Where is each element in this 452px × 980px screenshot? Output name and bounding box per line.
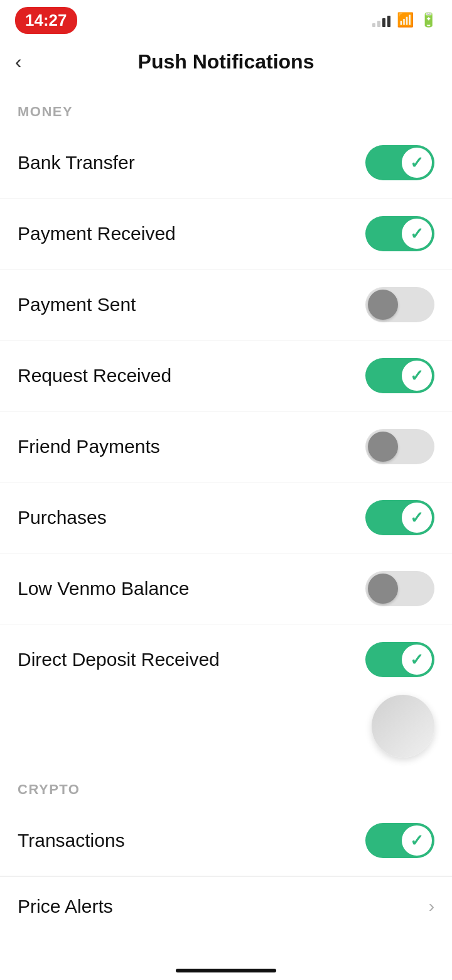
- toggle-direct-deposit-received[interactable]: [365, 642, 434, 677]
- bottom-home-indicator: [176, 969, 276, 972]
- page-title: Push Notifications: [138, 50, 315, 74]
- toggle-label-direct-deposit-received: Direct Deposit Received: [18, 649, 220, 670]
- toggle-label-low-venmo-balance: Low Venmo Balance: [18, 578, 190, 599]
- battery-icon: 🔋: [420, 12, 437, 28]
- status-icons: 📶 🔋: [372, 12, 437, 28]
- toggle-row-low-venmo-balance: Low Venmo Balance: [0, 553, 452, 624]
- status-bar: 14:27 📶 🔋: [0, 0, 452, 38]
- toggle-purchases[interactable]: [365, 500, 434, 535]
- toggle-row-friend-payments: Friend Payments: [0, 411, 452, 482]
- toggle-label-request-received: Request Received: [18, 365, 171, 386]
- toggle-payment-received[interactable]: [365, 216, 434, 251]
- toggle-label-payment-sent: Payment Sent: [18, 294, 136, 315]
- toggle-label-friend-payments: Friend Payments: [18, 436, 160, 457]
- nav-row-price-alerts[interactable]: Price Alerts ›: [0, 876, 452, 936]
- header: ‹ Push Notifications: [0, 38, 452, 86]
- toggle-low-venmo-balance[interactable]: [365, 571, 434, 606]
- toggle-bank-transfer[interactable]: [365, 145, 434, 180]
- wifi-icon: 📶: [397, 12, 414, 28]
- toggle-label-purchases: Purchases: [18, 507, 107, 528]
- toggle-row-bank-transfer: Bank Transfer: [0, 128, 452, 198]
- time-display: 14:27: [15, 7, 77, 34]
- section-label-crypto: CRYPTO: [0, 764, 452, 805]
- toggle-row-direct-deposit-received: Direct Deposit Received: [0, 624, 452, 695]
- nav-label-price-alerts: Price Alerts: [18, 896, 113, 917]
- big-circle-container: [0, 695, 452, 764]
- toggle-label-payment-received: Payment Received: [18, 223, 176, 244]
- chevron-right-icon: ›: [429, 896, 434, 917]
- toggle-row-purchases: Purchases: [0, 482, 452, 553]
- toggle-label-transactions: Transactions: [18, 830, 125, 851]
- toggle-friend-payments[interactable]: [365, 429, 434, 464]
- big-circle-toggle[interactable]: [372, 695, 434, 758]
- toggle-payment-sent[interactable]: [365, 287, 434, 322]
- toggle-label-bank-transfer: Bank Transfer: [18, 152, 135, 173]
- toggle-request-received[interactable]: [365, 358, 434, 393]
- back-button[interactable]: ‹: [15, 50, 22, 74]
- signal-icon: [372, 13, 390, 27]
- toggle-row-payment-sent: Payment Sent: [0, 270, 452, 340]
- toggle-row-request-received: Request Received: [0, 340, 452, 411]
- section-label-money: MONEY: [0, 86, 452, 128]
- toggle-row-transactions: Transactions: [0, 805, 452, 876]
- toggle-row-payment-received: Payment Received: [0, 199, 452, 269]
- toggle-transactions[interactable]: [365, 823, 434, 858]
